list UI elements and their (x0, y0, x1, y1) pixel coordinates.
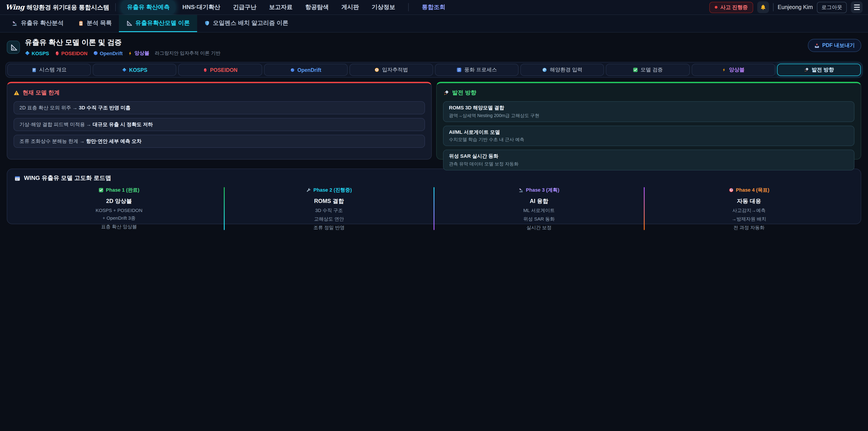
logo-wing-icon: Wing (5, 3, 24, 11)
bell-icon (760, 4, 766, 10)
diamond-icon (122, 67, 126, 72)
roadmap-phase-1: Phase 1 (완료) 2D 앙상블 KOSPS + POSEIDON + O… (14, 186, 223, 231)
phase-line: 위성 SAR 동화 (434, 216, 644, 222)
wrench-icon (306, 188, 311, 192)
overview-doc-icon (32, 67, 37, 72)
nav-divider (115, 3, 116, 11)
phase-1-badge: Phase 1 (완료) (99, 187, 140, 193)
ellipse-icon (203, 67, 207, 72)
section-tab-label: 입자추적법 (382, 66, 408, 73)
incident-in-progress-badge[interactable]: 사고 진행중 (710, 2, 753, 13)
section-tab-model-validation[interactable]: 모델 검증 (606, 64, 690, 76)
nav-divider (408, 3, 409, 11)
export-tray-icon (814, 43, 819, 48)
badge-kosps: KOSPS (25, 51, 49, 56)
future-item: AI/ML 서로게이트 모델 수치모델 학습 기반 수초 내 근사 예측 (443, 125, 855, 146)
section-tab-opendrift[interactable]: OpenDrift (264, 64, 347, 76)
section-tab-bar: 시스템 개요 KOSPS POSEIDON OpenDrift 입자추적법 (5, 62, 863, 78)
subtab-oil-fence-algorithm-theory[interactable]: 오일펜스 배치 알고리즘 이론 (197, 15, 296, 32)
pdf-export-label: PDF 내보내기 (822, 42, 855, 49)
red-dot-icon (715, 6, 718, 8)
hamburger-menu-icon (854, 4, 860, 10)
app-root: Wing 해양환경 위기대응 통합시스템 유출유 확산예측 HNS·대기확산 긴… (0, 0, 868, 431)
section-tab-label: 해양환경 입력 (550, 66, 582, 73)
subtab-analysis-list[interactable]: 분석 목록 (71, 15, 119, 32)
section-tab-label: 발전 방향 (812, 66, 834, 73)
rocket-icon (443, 90, 449, 96)
nav-tab-reports[interactable]: 보고자료 (264, 0, 298, 14)
phase-line: + OpenDrift 3종 (14, 215, 223, 221)
sub-tab-bar: 유출유 확산분석 분석 목록 유출유확산모델 이론 오일펜스 배치 알고리즘 이… (0, 15, 868, 33)
section-tab-ensemble[interactable]: 앙상블 (691, 64, 775, 76)
roadmap-phase-3: Phase 3 (계획) AI 융합 ML 서로게이트 위성 SAR 동화 실시… (434, 186, 644, 231)
section-tab-poseidon[interactable]: POSEIDON (178, 64, 262, 76)
section-tab-kosps[interactable]: KOSPS (93, 64, 176, 76)
microscope-icon (12, 20, 18, 26)
future-item-desc: 수치모델 학습 기반 수초 내 근사 예측 (449, 136, 848, 143)
pdf-export-button[interactable]: PDF 내보내기 (808, 39, 861, 52)
future-item-desc: 관측 유막 데이터 모델 보정 자동화 (449, 161, 848, 167)
phase-3-title: AI 융합 (434, 197, 644, 205)
current-model-limits-panel: 현재 모델 한계 2D 표층 확산 모의 위주 → 3D 수직 구조 반영 미흡… (7, 82, 432, 160)
model-badges: KOSPS POSEIDON OpenDrift 앙상블 라그랑지안 입자추적 … (25, 50, 220, 57)
future-item-desc: 광역→상세역 Nesting 200m급 고해상도 구현 (449, 112, 848, 119)
nav-tab-integrated-search[interactable]: 통합조회 (416, 0, 451, 14)
section-tab-system-overview[interactable]: 시스템 개요 (7, 64, 91, 76)
check-icon (99, 188, 104, 192)
lightning-icon (128, 51, 133, 56)
check-icon (633, 67, 638, 72)
phase-line: KOSPS + POSEIDON (14, 208, 223, 213)
roadmap-phase-4: Phase 4 (목표) 자동 대응 사고감지→예측 →방제자원 배치 전 과정… (645, 186, 854, 231)
nav-tab-hns-air-diffusion[interactable]: HNS·대기확산 (177, 0, 226, 14)
section-tab-weathering-process[interactable]: 풍화 프로세스 (435, 64, 519, 76)
section-tab-future-direction[interactable]: 발전 방향 (777, 64, 861, 76)
subtab-oil-spill-analysis[interactable]: 유출유 확산분석 (4, 15, 71, 32)
subtab-label: 유출유확산모델 이론 (135, 19, 190, 27)
nav-tab-emergency-rescue[interactable]: 긴급구난 (227, 0, 262, 14)
page-icon-box (7, 41, 20, 54)
nav-divider (773, 3, 774, 11)
limit-item: 조류 조화상수 분해능 한계 → 항만·연안 세부 예측 오차 (13, 135, 425, 148)
roadmap-title: WING 유출유 모델 고도화 로드맵 (14, 174, 854, 182)
nav-tab-aerial-search[interactable]: 항공탐색 (300, 0, 334, 14)
page-title: 유출유 확산 모델 이론 및 검증 (25, 38, 220, 48)
circle-icon (93, 51, 98, 56)
roadmap-panel: WING 유출유 모델 고도화 로드맵 Phase 1 (완료) 2D 앙상블 … (7, 168, 861, 224)
user-name: Eunjeong Kim (778, 4, 813, 10)
nav-tab-oil-spill-prediction[interactable]: 유출유 확산예측 (121, 0, 175, 14)
phase-4-badge: Phase 4 (목표) (729, 187, 770, 193)
app-logo: Wing 해양환경 위기대응 통합시스템 (5, 3, 109, 11)
incident-badge-label: 사고 진행중 (720, 4, 748, 11)
nav-tab-weather-info[interactable]: 기상정보 (366, 0, 401, 14)
section-tab-particle-tracking[interactable]: 입자추적법 (349, 64, 433, 76)
phase-4-title: 자동 대응 (645, 197, 854, 205)
phase-3-badge: Phase 3 (계획) (519, 187, 559, 193)
future-item-title: 위성 SAR 실시간 동화 (449, 153, 848, 160)
ellipse-icon (55, 51, 59, 56)
cycle-arrows-icon (457, 67, 462, 72)
calendar-icon (14, 175, 20, 181)
main-nav-tabs: 유출유 확산예측 HNS·대기확산 긴급구난 보고자료 항공탐색 게시판 기상정… (121, 0, 451, 14)
phase-line: 전 과정 자동화 (645, 225, 854, 231)
limit-item: 2D 표층 확산 모의 위주 → 3D 수직 구조 반영 미흡 (13, 101, 425, 114)
hamburger-menu-button[interactable] (851, 1, 863, 13)
badge-poseidon: POSEIDON (55, 51, 88, 56)
lightning-icon (722, 67, 726, 72)
nav-tab-board[interactable]: 게시판 (336, 0, 364, 14)
circle-icon (290, 68, 294, 72)
triangle-ruler-icon (10, 43, 17, 51)
phase-line: 실시간 보정 (434, 225, 644, 231)
section-tab-label: 모델 검증 (641, 66, 663, 73)
subtab-spill-model-theory[interactable]: 유출유확산모델 이론 (119, 15, 197, 32)
section-tab-marine-env-input[interactable]: 해양환경 입력 (520, 64, 604, 76)
future-item-title: AI/ML 서로게이트 모델 (449, 129, 848, 135)
logout-button[interactable]: 로그아웃 (817, 2, 847, 13)
warning-icon (13, 90, 20, 96)
limit-item: 기상·해양 결합 피드백 미적용 → 대규모 유출 시 정확도 저하 (13, 118, 425, 131)
page-header-text: 유출유 확산 모델 이론 및 검증 KOSPS POSEIDON OpenDri… (25, 38, 220, 57)
phase-line: 사고감지→예측 (645, 208, 854, 214)
microscope-icon (519, 188, 524, 192)
future-item: ROMS 3D 해양모델 결합 광역→상세역 Nesting 200m급 고해상… (443, 101, 855, 122)
notification-bell-button[interactable] (757, 1, 769, 13)
shield-icon (204, 20, 210, 26)
